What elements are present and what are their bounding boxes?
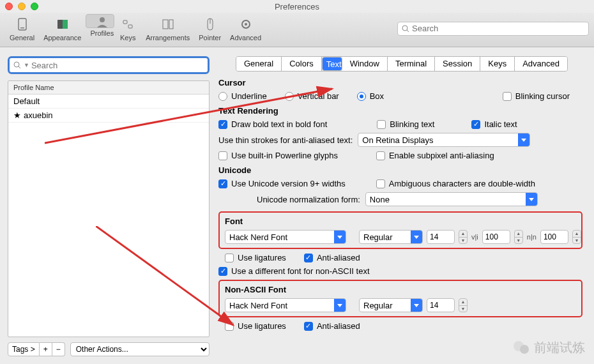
- chevron-down-icon: [518, 133, 529, 146]
- font-size-stepper[interactable]: ▲▼: [459, 230, 468, 244]
- profile-search-input[interactable]: [31, 61, 204, 70]
- font-family-select[interactable]: Hack Nerd Font: [225, 230, 346, 244]
- profile-row-axuebin[interactable]: ★axuebin: [8, 109, 209, 123]
- blinking-text-check[interactable]: Blinking text: [377, 119, 434, 129]
- toolbar-search[interactable]: [397, 22, 589, 36]
- nonascii-ligatures-check[interactable]: Use ligatures: [225, 321, 286, 331]
- font-vspace-input[interactable]: [482, 230, 510, 244]
- tb-pointer[interactable]: Pointer: [194, 14, 225, 43]
- unicode-section: Unicode Use Unicode version 9+ widths Am…: [218, 165, 583, 206]
- tab-colors[interactable]: Colors: [282, 57, 322, 71]
- profile-list-header: Profile Name: [8, 81, 209, 95]
- font-weight-select[interactable]: Regular: [359, 230, 423, 244]
- tags-button[interactable]: Tags >: [8, 342, 40, 356]
- remove-profile-button[interactable]: −: [52, 342, 65, 356]
- different-font-check[interactable]: Use a different font for non-ASCII text: [218, 266, 370, 276]
- font-hspace-input[interactable]: [540, 230, 568, 244]
- tb-keys[interactable]: Keys: [114, 14, 141, 43]
- settings-tabs: General Colors Text Window Terminal Sess…: [236, 56, 568, 72]
- cursor-title: Cursor: [218, 78, 583, 87]
- thin-strokes-select[interactable]: On Retina Displays: [358, 133, 530, 147]
- nonascii-antialiased-check[interactable]: Anti-aliased: [304, 321, 360, 331]
- powerline-check[interactable]: Use built-in Powerline glyphs: [218, 151, 338, 160]
- tb-advanced[interactable]: Advanced: [225, 14, 266, 43]
- sidebar-footer: Tags > + − Other Actions...: [8, 342, 209, 356]
- font-hspace-stepper[interactable]: ▲▼: [572, 230, 581, 244]
- norm-label: Unicode normalization form:: [257, 195, 360, 204]
- thin-strokes-label: Use thin strokes for anti-aliased text:: [218, 135, 353, 145]
- svg-point-13: [402, 26, 407, 31]
- nonascii-family-select[interactable]: Hack Nerd Font: [225, 298, 346, 312]
- chevron-down-icon: [411, 299, 422, 312]
- search-icon: [13, 61, 21, 69]
- subpixel-check[interactable]: Enable subpixel anti-aliasing: [376, 151, 494, 160]
- tb-general[interactable]: General: [5, 14, 39, 43]
- svg-rect-5: [123, 20, 127, 24]
- svg-rect-8: [169, 20, 173, 29]
- tab-text[interactable]: Text: [322, 57, 342, 71]
- unicode-title: Unicode: [218, 165, 583, 175]
- cursor-box-radio[interactable]: Box: [357, 91, 384, 101]
- antialiased-check[interactable]: Anti-aliased: [304, 253, 360, 262]
- cursor-section: Cursor Underline Vertical bar Box Blinki…: [218, 78, 583, 101]
- chevron-down-icon: [411, 231, 422, 243]
- svg-line-16: [19, 66, 20, 68]
- svg-rect-3: [63, 20, 68, 29]
- svg-rect-6: [128, 25, 132, 28]
- tab-keys[interactable]: Keys: [480, 57, 515, 71]
- font-vspace-stepper[interactable]: ▲▼: [514, 230, 523, 244]
- svg-rect-7: [163, 20, 168, 29]
- unicode-widths-check[interactable]: Use Unicode version 9+ widths: [218, 179, 346, 188]
- tab-terminal[interactable]: Terminal: [388, 57, 435, 71]
- add-profile-button[interactable]: +: [40, 342, 52, 356]
- tab-window[interactable]: Window: [342, 57, 388, 71]
- tb-appearance[interactable]: Appearance: [39, 14, 86, 43]
- preferences-window: Preferences General Appearance Profiles …: [0, 0, 594, 364]
- tab-session[interactable]: Session: [435, 57, 480, 71]
- cursor-vertical-radio[interactable]: Vertical bar: [285, 91, 339, 101]
- other-actions-select[interactable]: Other Actions...: [70, 342, 209, 356]
- nonascii-size-stepper[interactable]: ▲▼: [459, 298, 468, 312]
- settings-body: Cursor Underline Vertical bar Box Blinki…: [217, 78, 586, 356]
- font-highlight-box: Font Hack Nerd Font Regular ▲▼ v|i ▲▼ n|…: [218, 211, 583, 249]
- font-size-input[interactable]: [427, 230, 455, 244]
- tb-profiles[interactable]: Profiles: [86, 14, 114, 28]
- toolbar: General Appearance Profiles Keys Arrange…: [0, 13, 594, 47]
- blinking-cursor-check[interactable]: Blinking cursor: [503, 91, 570, 101]
- chevron-down-icon[interactable]: ▼: [24, 62, 29, 68]
- tb-arrangements[interactable]: Arrangements: [141, 14, 194, 43]
- svg-point-12: [245, 23, 247, 26]
- svg-line-14: [407, 30, 409, 32]
- profile-list: Profile Name Default ★axuebin: [8, 80, 209, 337]
- italic-text-check[interactable]: Italic text: [471, 119, 517, 129]
- toolbar-search-input[interactable]: [412, 24, 584, 33]
- nonascii-title: Non-ASCII Font: [225, 285, 576, 294]
- cursor-underline-radio[interactable]: Underline: [218, 91, 267, 101]
- text-rendering-title: Text Rendering: [218, 106, 583, 116]
- ligatures-check[interactable]: Use ligatures: [225, 253, 286, 262]
- font-title: Font: [225, 216, 576, 226]
- svg-rect-1: [20, 27, 24, 28]
- chevron-down-icon: [334, 299, 346, 312]
- toolbar-items: General Appearance Profiles Keys Arrange…: [5, 14, 266, 43]
- svg-point-4: [100, 17, 105, 22]
- nonascii-weight-select[interactable]: Regular: [359, 298, 423, 312]
- search-icon: [402, 25, 409, 33]
- chevron-down-icon: [334, 231, 346, 243]
- ambiguous-check[interactable]: Ambiguous characters are double-width: [376, 179, 535, 188]
- profile-search-wrap: ▼: [8, 56, 209, 74]
- profile-row-default[interactable]: Default: [8, 95, 209, 109]
- main-panel: General Colors Text Window Terminal Sess…: [217, 56, 586, 356]
- norm-select[interactable]: None: [365, 192, 538, 206]
- tab-general[interactable]: General: [236, 57, 282, 71]
- nonascii-size-input[interactable]: [427, 298, 455, 312]
- content: ▼ Profile Name Default ★axuebin Tags > +…: [0, 47, 594, 364]
- window-title: Preferences: [0, 2, 594, 11]
- titlebar: Preferences: [0, 0, 594, 13]
- svg-point-20: [520, 345, 529, 354]
- nonascii-highlight-box: Non-ASCII Font Hack Nerd Font Regular ▲▼: [218, 280, 583, 317]
- bold-font-check[interactable]: Draw bold text in bold font: [218, 119, 327, 129]
- sidebar: ▼ Profile Name Default ★axuebin Tags > +…: [8, 56, 209, 356]
- tab-advanced[interactable]: Advanced: [515, 57, 567, 71]
- wechat-icon: [512, 338, 530, 356]
